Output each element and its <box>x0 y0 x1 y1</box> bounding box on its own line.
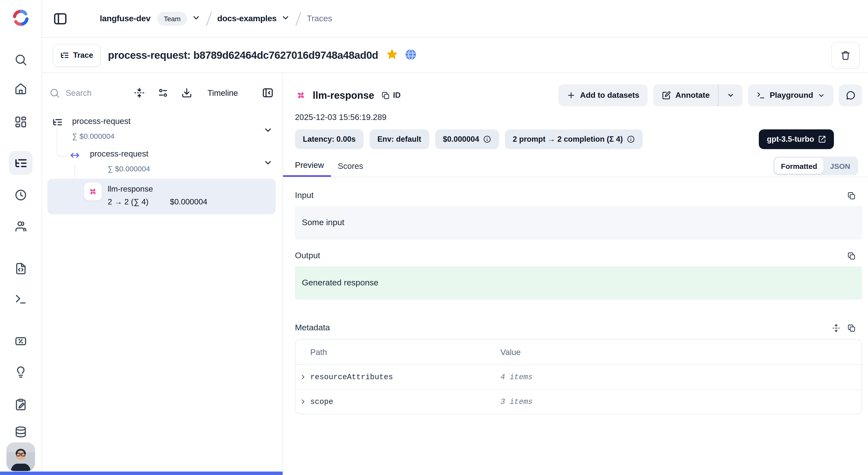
tree-node-llm-response-selected[interactable]: llm-response 2 → 2 (∑ 4) $0.000004 <box>48 179 276 214</box>
tree-node-usage: 2 → 2 (∑ 4) <box>108 197 149 207</box>
app-window: langfuse-dev Team docs-examples Traces T… <box>0 0 868 475</box>
chevron-down-icon <box>817 92 825 99</box>
info-icon[interactable] <box>627 135 634 143</box>
copy-id-button[interactable]: ID <box>382 91 401 100</box>
collapse-panel-icon[interactable] <box>258 83 278 103</box>
table-row[interactable]: resourceAttributes 4 items <box>296 365 862 389</box>
expand-metadata-button[interactable] <box>832 324 840 332</box>
view-json-option[interactable]: JSON <box>824 158 857 174</box>
view-formatted-option[interactable]: Formatted <box>775 158 824 174</box>
horizontal-scrollbar[interactable] <box>0 472 283 475</box>
top-bar: langfuse-dev Team docs-examples Traces <box>41 0 868 37</box>
metadata-label: Metadata <box>295 323 330 333</box>
breadcrumb-separator <box>206 11 212 26</box>
chevron-down-icon[interactable] <box>281 13 290 24</box>
trace-header: Trace process-request: b8789d62464dc7627… <box>41 37 868 73</box>
input-label: Input <box>295 191 314 200</box>
tree-settings-icon[interactable] <box>153 83 173 103</box>
env-badge: Env: default <box>370 129 429 149</box>
annotate-menu-chevron[interactable] <box>719 85 743 106</box>
nav-prompts-icon[interactable] <box>11 259 31 279</box>
chevron-down-icon[interactable] <box>263 125 273 137</box>
list-tree-icon <box>60 51 69 60</box>
chevron-down-icon[interactable] <box>263 158 273 169</box>
nav-playground-icon[interactable] <box>11 289 31 309</box>
add-to-datasets-button[interactable]: Add to datasets <box>558 85 648 106</box>
observation-title: llm-response <box>313 90 374 101</box>
tree-toolbar: Timeline <box>50 82 278 104</box>
nav-sessions-icon[interactable] <box>11 185 31 205</box>
chevron-right-icon[interactable] <box>299 373 307 381</box>
nav-evaluation-icon[interactable] <box>11 331 31 351</box>
search-input[interactable] <box>65 88 119 98</box>
user-avatar[interactable] <box>6 442 35 471</box>
tree-node-process-request-child[interactable]: process-request ∑ $0.000004 <box>41 148 283 176</box>
breadcrumb-section[interactable]: Traces <box>307 13 332 24</box>
nav-datasets-icon[interactable] <box>11 422 31 442</box>
tree-node-label: process-request <box>90 149 149 158</box>
observation-panel: llm-response ID Add to datasets Annotate <box>283 73 868 475</box>
tab-scores[interactable]: Scores <box>331 155 370 177</box>
copy-output-button[interactable] <box>847 252 856 260</box>
nav-dashboard-icon[interactable] <box>11 112 31 132</box>
cost-badge: $0.000004 <box>435 129 499 149</box>
nav-annotation-icon[interactable] <box>11 394 31 414</box>
nav-search-icon[interactable] <box>11 50 31 70</box>
download-icon[interactable] <box>177 83 197 103</box>
info-icon[interactable] <box>483 135 491 143</box>
trace-type-badge: Trace <box>53 44 100 67</box>
nav-insights-icon[interactable] <box>11 362 31 382</box>
tree-node-label: process-request <box>72 117 131 126</box>
timeline-toggle[interactable]: Timeline <box>202 88 244 97</box>
chevron-down-icon[interactable] <box>191 13 200 24</box>
usage-badge: 2 prompt → 2 completion (Σ 4) <box>505 129 643 149</box>
copy-input-button[interactable] <box>847 191 856 200</box>
observation-badges: Latency: 0.00s Env: default $0.000004 2 … <box>295 129 862 149</box>
generation-icon <box>84 183 102 200</box>
breadcrumb-separator <box>296 11 301 26</box>
metadata-value: 3 items <box>500 397 862 406</box>
copy-metadata-button[interactable] <box>847 324 856 332</box>
trace-title: process-request: b8789d62464dc7627016d97… <box>108 50 378 61</box>
edit-square-icon <box>661 91 671 100</box>
output-content: Generated response <box>295 266 862 300</box>
nav-users-icon[interactable] <box>11 216 31 236</box>
public-globe-icon[interactable] <box>404 48 417 62</box>
table-row[interactable]: scope 3 items <box>296 389 862 414</box>
metadata-value: 4 items <box>500 373 862 381</box>
chevron-down-icon <box>727 91 735 99</box>
nav-home-icon[interactable] <box>11 79 31 99</box>
observation-tabs: Preview Scores Formatted JSON <box>283 155 868 177</box>
observation-timestamp: 2025-12-03 15:56:19.289 <box>295 113 862 123</box>
org-name[interactable]: langfuse-dev <box>100 13 150 24</box>
langfuse-logo[interactable] <box>10 7 32 29</box>
delete-trace-button[interactable] <box>832 42 860 69</box>
observation-header: llm-response ID Add to datasets Annotate <box>295 84 862 107</box>
comments-button[interactable] <box>839 85 862 106</box>
view-toggle: Formatted JSON <box>773 157 858 175</box>
org-type-badge: Team <box>157 11 187 25</box>
nav-tracing-icon[interactable] <box>9 151 33 175</box>
annotate-button[interactable]: Annotate <box>653 85 718 106</box>
tree-node-cost: $0.000004 <box>170 197 207 207</box>
metadata-path: scope <box>310 397 333 406</box>
search-icon <box>50 88 60 98</box>
collapse-all-icon[interactable] <box>129 83 149 103</box>
output-label: Output <box>295 251 320 261</box>
tree-node-process-request-root[interactable]: process-request ∑ $0.000004 <box>41 116 283 143</box>
chevron-right-icon[interactable] <box>299 398 307 405</box>
playground-button[interactable]: Playground <box>748 85 833 106</box>
column-header-value: Value <box>500 347 862 357</box>
copy-icon <box>847 191 856 200</box>
model-badge[interactable]: gpt-3.5-turbo <box>759 129 834 149</box>
observation-actions: Add to datasets Annotate Playground <box>558 85 862 106</box>
project-name[interactable]: docs-examples <box>217 13 277 24</box>
bookmark-star-icon[interactable] <box>385 48 398 62</box>
latency-badge: Latency: 0.00s <box>295 129 364 149</box>
tab-preview[interactable]: Preview <box>283 155 331 177</box>
sidebar-toggle-icon[interactable] <box>51 10 69 27</box>
input-section-header: Input <box>295 190 862 201</box>
output-section-header: Output <box>295 250 862 261</box>
tree-search[interactable] <box>50 88 124 98</box>
annotate-split-button: Annotate <box>653 85 743 106</box>
